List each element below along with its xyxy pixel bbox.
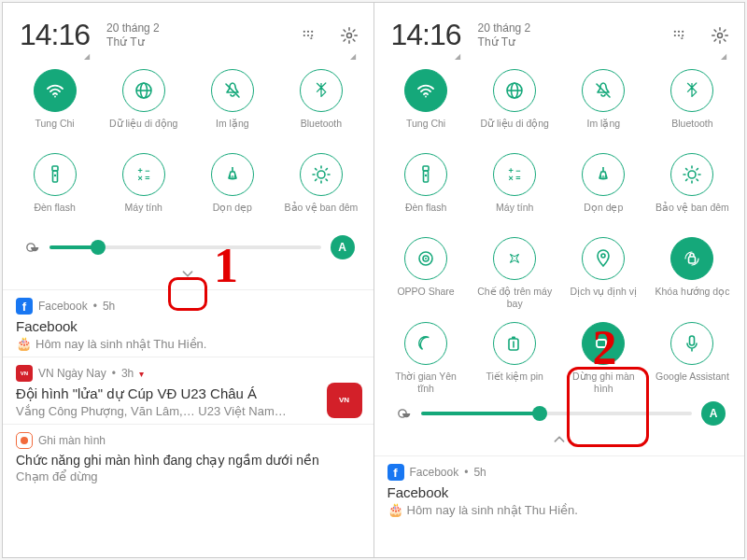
qs-tile-broom[interactable]: Dọn dẹp — [188, 146, 276, 230]
globe-icon[interactable] — [122, 69, 165, 112]
gear-icon[interactable] — [711, 26, 729, 45]
qs-tile-battery[interactable]: Tiết kiệm pin — [471, 315, 559, 399]
qs-tile-label: Bảo vệ ban đêm — [285, 202, 359, 224]
flashlight-icon[interactable] — [404, 153, 447, 196]
qs-tile-label: Chế độ trên máy bay — [477, 286, 552, 309]
gear-icon[interactable] — [340, 26, 359, 45]
sun-icon[interactable] — [670, 153, 713, 196]
clock-date: 20 tháng 2 Thứ Tư — [106, 21, 160, 49]
calculator-icon[interactable] — [122, 153, 165, 196]
qs-tile-mic[interactable]: Google Assistant — [648, 315, 737, 399]
qs-tile-label: Đèn flash — [34, 202, 75, 224]
brightness-icon — [393, 404, 412, 423]
notification-facebook[interactable]: f Facebook • 5h Facebook 🎂Hôm nay là sin… — [374, 455, 745, 523]
qs-tile-label: Thời gian Yên tĩnh — [395, 371, 457, 394]
facebook-icon: f — [16, 298, 33, 315]
wifi-icon[interactable] — [34, 69, 77, 112]
qs-tile-broom[interactable]: Dọn dẹp — [559, 146, 648, 230]
qs-tile-silent[interactable]: Im lặng — [188, 62, 276, 146]
auto-brightness-toggle[interactable]: A — [331, 235, 355, 259]
notification-facebook[interactable]: f Facebook • 5h Facebook 🎂Hôm nay là sin… — [3, 289, 374, 357]
qs-tile-record[interactable]: Dừng ghi màn hình — [559, 315, 648, 399]
silent-icon[interactable] — [211, 69, 254, 112]
quick-settings-grid: Tung Chi◢Dữ liệu di độngIm lặngBluetooth… — [3, 58, 374, 230]
qs-tile-label: Đèn flash — [405, 202, 446, 224]
qs-tile-label: Im lặng — [216, 118, 249, 140]
reorder-icon[interactable] — [299, 26, 317, 45]
qs-tile-share[interactable]: OPPO Share — [382, 230, 471, 315]
cake-icon: 🎂 — [388, 502, 403, 517]
qs-tile-lock-rotate[interactable]: Khóa hướng dọc — [648, 230, 737, 315]
qs-tile-sun[interactable]: Bảo vệ ban đêm — [648, 146, 737, 230]
slider-thumb[interactable] — [532, 406, 547, 421]
qs-tile-sun[interactable]: Bảo vệ ban đêm — [276, 146, 365, 230]
brightness-icon — [21, 238, 40, 257]
flashlight-icon[interactable] — [34, 153, 77, 196]
quick-settings-grid: Tung Chi◢Dữ liệu di độngIm lặngBluetooth… — [374, 58, 745, 399]
status-bar: 14:16 20 tháng 2 Thứ Tư — [374, 3, 745, 58]
qs-tile-label: Máy tính — [496, 202, 533, 224]
clock-time: 14:16 — [20, 18, 90, 52]
qs-tile-globe[interactable]: Dữ liệu di động — [99, 62, 188, 146]
qs-tile-label: Bảo vệ ban đêm — [655, 202, 729, 224]
qs-tile-location[interactable]: Dịch vụ định vị — [559, 230, 648, 315]
qs-tile-bluetooth[interactable]: Bluetooth◢ — [648, 62, 737, 146]
qs-tile-calculator[interactable]: Máy tính — [99, 146, 188, 230]
chevron-down-icon[interactable]: ▾ — [139, 369, 144, 379]
broom-icon[interactable] — [211, 153, 254, 196]
qs-tile-wifi[interactable]: Tung Chi◢ — [382, 62, 471, 146]
qs-tile-label: Dữ liệu di động — [109, 118, 178, 140]
qs-tile-moon[interactable]: Thời gian Yên tĩnh — [382, 315, 471, 399]
notification-screen-recording[interactable]: Ghi màn hình Chức năng ghi màn hình đang… — [3, 424, 374, 489]
vn-ngay-nay-icon: VN — [16, 365, 33, 382]
left-screenshot: 14:16 20 tháng 2 Thứ Tư Tung Chi◢Dữ liệu… — [3, 3, 374, 557]
auto-brightness-toggle[interactable]: A — [701, 401, 726, 426]
silent-icon[interactable] — [582, 69, 625, 112]
notification-vnngaynay[interactable]: VN VN Ngày Nay • 3h ▾ Đội hình "lửa" dự … — [3, 357, 374, 424]
qs-tile-label: Im lặng — [587, 118, 621, 140]
bluetooth-icon[interactable] — [300, 69, 343, 112]
qs-tile-label: Dọn dẹp — [213, 202, 252, 224]
collapse-chevron-icon[interactable] — [549, 429, 570, 450]
calculator-icon[interactable] — [493, 153, 536, 196]
broom-icon[interactable] — [582, 153, 625, 196]
lock-rotate-icon[interactable] — [670, 237, 713, 280]
qs-tile-flashlight[interactable]: Đèn flash — [10, 146, 99, 230]
qs-tile-label: Dọn dẹp — [584, 202, 623, 224]
notification-thumbnail: VN — [327, 383, 362, 418]
qs-tile-label: Tung Chi — [406, 118, 445, 140]
brightness-slider[interactable]: A — [374, 399, 745, 427]
status-bar: 14:16 20 tháng 2 Thứ Tư — [3, 3, 374, 58]
qs-tile-calculator[interactable]: Máy tính — [471, 146, 559, 230]
moon-icon[interactable] — [404, 322, 447, 365]
facebook-icon: f — [388, 464, 404, 481]
wifi-icon[interactable] — [404, 69, 447, 112]
qs-tile-label: Dữ liệu di động — [480, 118, 549, 140]
share-icon[interactable] — [404, 237, 447, 280]
qs-tile-label: Máy tính — [125, 202, 162, 224]
qs-tile-airplane[interactable]: Chế độ trên máy bay — [471, 230, 559, 315]
bluetooth-icon[interactable] — [670, 69, 713, 112]
qs-tile-silent[interactable]: Im lặng — [559, 62, 648, 146]
location-icon[interactable] — [582, 237, 625, 280]
qs-tile-label: Khóa hướng dọc — [655, 286, 729, 308]
qs-tile-globe[interactable]: Dữ liệu di động — [471, 62, 559, 146]
cake-icon: 🎂 — [16, 336, 32, 351]
globe-icon[interactable] — [493, 69, 536, 112]
qs-tile-label: OPPO Share — [397, 286, 454, 308]
mic-icon[interactable] — [670, 322, 713, 365]
expand-chevron-icon[interactable] — [177, 263, 198, 284]
sun-icon[interactable] — [300, 153, 343, 196]
qs-tile-label: Tiết kiệm pin — [486, 371, 543, 393]
slider-thumb[interactable] — [91, 240, 106, 255]
reorder-icon[interactable] — [669, 26, 688, 45]
qs-tile-flashlight[interactable]: Đèn flash — [382, 146, 471, 230]
right-screenshot: 14:16 20 tháng 2 Thứ Tư Tung Chi◢Dữ liệu… — [374, 3, 745, 557]
brightness-slider[interactable]: A — [3, 230, 374, 261]
qs-tile-label: Google Assistant — [655, 371, 729, 393]
qs-tile-bluetooth[interactable]: Bluetooth◢ — [276, 62, 365, 146]
battery-icon[interactable] — [493, 322, 536, 365]
record-icon[interactable] — [582, 322, 625, 365]
qs-tile-wifi[interactable]: Tung Chi◢ — [10, 62, 99, 146]
airplane-icon[interactable] — [493, 237, 536, 280]
